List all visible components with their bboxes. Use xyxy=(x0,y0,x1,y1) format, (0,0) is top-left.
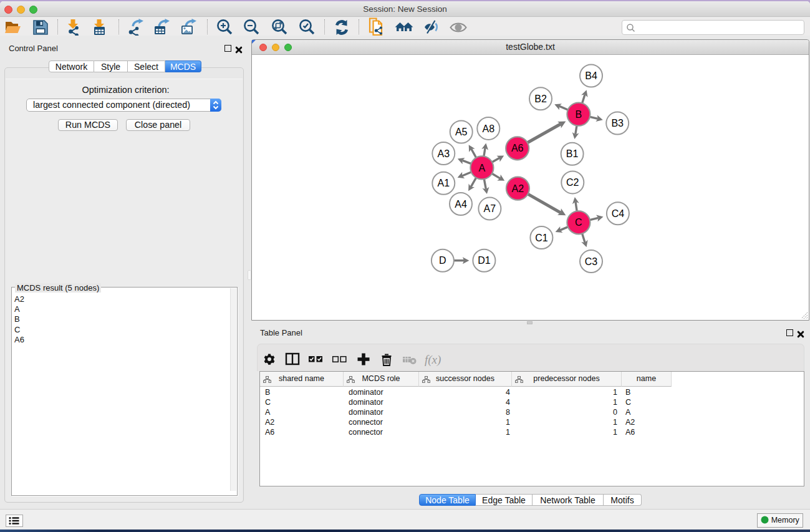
svg-text:A: A xyxy=(479,163,486,173)
svg-text:B4: B4 xyxy=(585,70,597,81)
svg-text:A5: A5 xyxy=(455,127,468,137)
svg-text:B2: B2 xyxy=(534,94,547,104)
svg-text:f(x): f(x) xyxy=(425,353,441,367)
svg-text:A3: A3 xyxy=(438,148,450,159)
svg-text:A4: A4 xyxy=(455,199,467,210)
svg-text:C: C xyxy=(575,217,582,228)
svg-text:C2: C2 xyxy=(566,177,579,188)
svg-text:B3: B3 xyxy=(611,118,624,128)
svg-text:C3: C3 xyxy=(585,256,598,267)
svg-text:A1: A1 xyxy=(438,178,450,188)
svg-text:D: D xyxy=(439,255,446,266)
svg-text:D1: D1 xyxy=(478,255,491,266)
svg-text:C1: C1 xyxy=(535,233,548,243)
svg-text:A6: A6 xyxy=(511,143,524,153)
svg-text:A7: A7 xyxy=(484,203,496,214)
svg-text:A8: A8 xyxy=(483,123,495,134)
svg-text:B1: B1 xyxy=(566,148,579,159)
svg-text:B: B xyxy=(576,109,582,120)
svg-text:C4: C4 xyxy=(612,208,625,219)
svg-text:A2: A2 xyxy=(512,183,524,194)
